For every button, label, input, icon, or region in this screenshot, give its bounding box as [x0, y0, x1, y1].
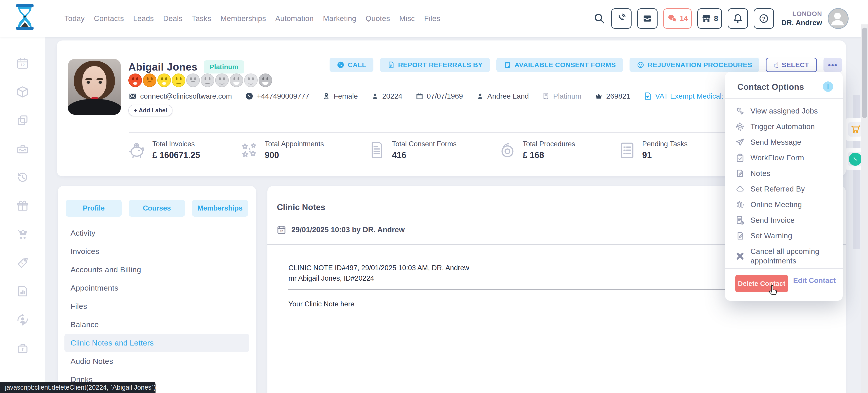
menu-item-trigger-automation[interactable]: Trigger Automation — [725, 119, 843, 134]
sidebar-package-icon[interactable] — [16, 85, 29, 98]
mood-7-icon[interactable] — [215, 73, 229, 87]
stat-total-procedures: Total Procedures£ 168 — [498, 140, 575, 160]
select-button[interactable]: ☝ SELECT — [766, 58, 817, 72]
clinic-notes-title: Clinic Notes — [277, 203, 325, 212]
shop-button[interactable]: 8 — [698, 8, 722, 29]
menu-item-view-jobs[interactable]: View assigned Jobs — [725, 103, 843, 119]
nav-memberships[interactable]: Memberships — [220, 14, 266, 23]
shop-count: 8 — [714, 14, 718, 23]
menu-item-workflow-form[interactable]: WorkFlow Form — [725, 150, 843, 165]
top-actions: 14 8 ? — [593, 0, 848, 37]
report-doc-icon — [387, 61, 395, 69]
menu-item-send-invoice[interactable]: Send Invoice — [725, 212, 843, 228]
main-nav: Today Contacts Leads Deals Tasks Members… — [64, 0, 440, 37]
menu-item-cancel-appointments[interactable]: Cancel all upcoming appointments — [725, 244, 843, 269]
phone-dock-button[interactable] — [848, 152, 863, 167]
list-item-activity[interactable]: Activity — [58, 224, 256, 242]
scrollbar-track[interactable] — [861, 24, 868, 393]
nav-today[interactable]: Today — [64, 14, 85, 23]
mood-10-icon[interactable] — [258, 73, 272, 87]
clinicsoftware-logo-icon[interactable] — [13, 4, 36, 33]
list-item-invoices[interactable]: Invoices — [58, 242, 256, 261]
contact-id: 20224 — [371, 92, 402, 100]
username-label: DR. Andrew — [781, 18, 822, 27]
mood-9-icon[interactable] — [244, 73, 258, 87]
add-label-button[interactable]: + Add Label — [128, 105, 173, 116]
nav-automation[interactable]: Automation — [275, 14, 314, 23]
nav-marketing[interactable]: Marketing — [323, 14, 356, 23]
note-line-2: mr Abigail Jones, ID#20224 — [288, 274, 374, 282]
report-referrals-button[interactable]: REPORT REFERRALS BY — [380, 58, 490, 72]
nav-files[interactable]: Files — [424, 14, 440, 23]
mood-8-icon[interactable] — [230, 73, 243, 87]
menu-item-online-meeting[interactable]: Online Meeting — [725, 197, 843, 212]
consent-forms-button[interactable]: AVAILABLE CONSENT FORMS — [496, 58, 623, 72]
menu-item-notes[interactable]: Notes — [725, 165, 843, 181]
messages-button[interactable]: 14 — [663, 8, 692, 29]
list-item-clinic-notes[interactable]: Clinic Notes and Letters — [64, 334, 249, 352]
list-item-audio-notes[interactable]: Audio Notes — [58, 352, 256, 370]
search-icon[interactable] — [593, 12, 606, 25]
edit-contact-button[interactable]: Edit Contact — [793, 276, 836, 285]
info-icon[interactable]: i — [823, 82, 833, 92]
nav-deals[interactable]: Deals — [163, 14, 183, 23]
sidebar-price-tag-icon[interactable]: $ — [16, 256, 29, 269]
tab-courses[interactable]: Courses — [129, 200, 185, 217]
contact-actions-row: CALL REPORT REFERRALS BY AVAILABLE CONSE… — [330, 58, 842, 72]
menu-item-send-message[interactable]: Send Message — [725, 134, 843, 150]
sidebar-toolbox-icon[interactable] — [16, 142, 29, 155]
rejuvenation-button[interactable]: REJUVENATION PROCEDURES — [629, 58, 759, 72]
user-info[interactable]: LONDON DR. Andrew — [781, 10, 822, 27]
svg-text:12: 12 — [21, 63, 25, 67]
mood-4-icon[interactable] — [172, 73, 185, 87]
tab-memberships[interactable]: Memberships — [192, 200, 248, 217]
sidebar-history-icon[interactable] — [16, 171, 29, 184]
sidebar-copy-icon[interactable] — [16, 114, 29, 127]
svg-text:12: 12 — [280, 230, 283, 233]
sidebar-gift-icon[interactable] — [16, 199, 29, 212]
birthday-calendar-icon — [415, 92, 424, 100]
scrollbar-thumb[interactable] — [862, 28, 867, 118]
nav-quotes[interactable]: Quotes — [366, 14, 390, 23]
list-item-accounts-billing[interactable]: Accounts and Billing — [58, 261, 256, 279]
nav-tasks[interactable]: Tasks — [192, 14, 211, 23]
sidebar-case-lock-icon[interactable] — [16, 342, 29, 355]
delete-contact-button[interactable]: Delete Contact — [735, 275, 788, 292]
more-options-button[interactable]: ••• — [824, 58, 842, 72]
call-button[interactable]: CALL — [330, 58, 373, 72]
mood-2-icon[interactable] — [143, 73, 156, 87]
contact-email[interactable]: connect@clinicsoftware.com — [128, 92, 232, 100]
vat-exempt-status[interactable]: VAT Exempt Medical:No — [644, 92, 737, 100]
menu-item-set-referred-by[interactable]: Set Referred By — [725, 181, 843, 197]
tab-profile[interactable]: Profile — [66, 200, 122, 217]
mood-5-icon[interactable] — [186, 73, 200, 87]
notifications-button[interactable] — [727, 8, 748, 29]
cart-dock-button[interactable] — [848, 122, 863, 137]
piggy-bank-icon — [128, 141, 147, 159]
tier-badge: Platinum — [204, 60, 244, 73]
nav-misc[interactable]: Misc — [399, 14, 415, 23]
nav-contacts[interactable]: Contacts — [94, 14, 124, 23]
help-button[interactable]: ? — [754, 8, 774, 29]
nav-leads[interactable]: Leads — [133, 14, 154, 23]
list-item-balance[interactable]: Balance — [58, 315, 256, 334]
menu-item-set-warning[interactable]: Set Warning — [725, 228, 843, 244]
inbox-button[interactable] — [637, 8, 657, 29]
phone-system-button[interactable] — [611, 8, 631, 29]
user-avatar[interactable] — [828, 8, 848, 29]
stat-total-invoices: Total Invoices£ 160671.25 — [128, 140, 200, 160]
tasks-list-icon — [618, 141, 636, 159]
contact-phone[interactable]: +447490009777 — [245, 92, 309, 100]
list-item-appointments[interactable]: Appointments — [58, 279, 256, 297]
note-entry-header[interactable]: 12 29/01/2025 10:03 by DR. Andrew — [276, 225, 405, 235]
profile-side-panel: Profile Courses Memberships Activity Inv… — [58, 186, 256, 393]
contact-gender: Female — [322, 92, 358, 100]
mood-6-icon[interactable] — [201, 73, 214, 87]
sidebar-report-icon[interactable] — [16, 285, 29, 298]
sidebar-cart-icon[interactable] — [16, 228, 29, 241]
sidebar-client-sync-icon[interactable] — [16, 313, 29, 326]
mood-1-icon[interactable] — [128, 73, 142, 87]
list-item-files[interactable]: Files — [58, 297, 256, 315]
sidebar-calendar-icon[interactable]: 12 — [16, 57, 29, 70]
mood-3-icon[interactable] — [157, 73, 171, 87]
